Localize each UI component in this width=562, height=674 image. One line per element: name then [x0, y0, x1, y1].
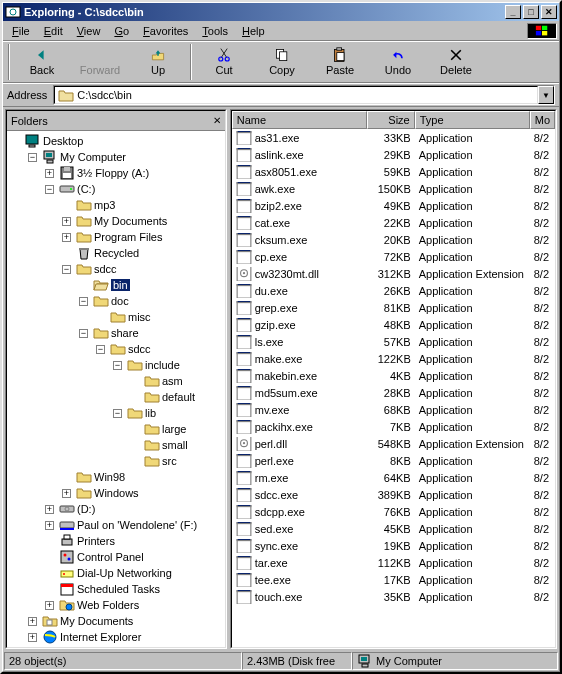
- file-row[interactable]: ls.exe57KBApplication8/2: [232, 333, 555, 350]
- file-row[interactable]: grep.exe81KBApplication8/2: [232, 299, 555, 316]
- menu-go[interactable]: Go: [107, 23, 136, 39]
- paste-button[interactable]: Paste: [311, 43, 369, 81]
- file-row[interactable]: aslink.exe29KBApplication8/2: [232, 146, 555, 163]
- tree-node[interactable]: −sdcc: [9, 341, 223, 357]
- tree-node[interactable]: Desktop: [9, 133, 223, 149]
- tree-node[interactable]: asm: [9, 373, 223, 389]
- tree-node[interactable]: +3½ Floppy (A:): [9, 165, 223, 181]
- expand-toggle[interactable]: +: [62, 217, 71, 226]
- col-size[interactable]: Size: [367, 111, 415, 129]
- menu-help[interactable]: Help: [235, 23, 272, 39]
- tree-node[interactable]: +Paul on 'Wendolene' (F:): [9, 517, 223, 533]
- menu-file[interactable]: File: [5, 23, 37, 39]
- tree-node[interactable]: misc: [9, 309, 223, 325]
- tree-node[interactable]: +(D:): [9, 501, 223, 517]
- expand-toggle[interactable]: +: [62, 233, 71, 242]
- file-row[interactable]: sdcpp.exe76KBApplication8/2: [232, 503, 555, 520]
- tree-node[interactable]: +My Documents: [9, 613, 223, 629]
- file-row[interactable]: cat.exe22KBApplication8/2: [232, 214, 555, 231]
- file-row[interactable]: packihx.exe7KBApplication8/2: [232, 418, 555, 435]
- expand-toggle[interactable]: +: [45, 169, 54, 178]
- folders-close-button[interactable]: ✕: [213, 115, 221, 126]
- file-row[interactable]: cw3230mt.dll312KBApplication Extension8/…: [232, 265, 555, 282]
- file-row[interactable]: perl.dll548KBApplication Extension8/2: [232, 435, 555, 452]
- tree-node[interactable]: Control Panel: [9, 549, 223, 565]
- expand-toggle[interactable]: +: [62, 489, 71, 498]
- tree-node[interactable]: Printers: [9, 533, 223, 549]
- close-button[interactable]: ✕: [541, 5, 557, 19]
- expand-toggle[interactable]: −: [113, 409, 122, 418]
- file-row[interactable]: make.exe122KBApplication8/2: [232, 350, 555, 367]
- tree-node[interactable]: small: [9, 437, 223, 453]
- address-dropdown-button[interactable]: ▼: [538, 86, 554, 104]
- expand-toggle[interactable]: −: [28, 153, 37, 162]
- expand-toggle[interactable]: −: [62, 265, 71, 274]
- file-row[interactable]: cksum.exe20KBApplication8/2: [232, 231, 555, 248]
- tree-node[interactable]: Scheduled Tasks: [9, 581, 223, 597]
- folder-tree[interactable]: Desktop−My Computer+3½ Floppy (A:)−(C:)m…: [7, 131, 225, 647]
- expand-toggle[interactable]: −: [113, 361, 122, 370]
- file-row[interactable]: gzip.exe48KBApplication8/2: [232, 316, 555, 333]
- tree-node[interactable]: −My Computer: [9, 149, 223, 165]
- expand-toggle[interactable]: +: [28, 617, 37, 626]
- tree-node[interactable]: +Windows: [9, 485, 223, 501]
- back-button[interactable]: Back: [13, 43, 71, 81]
- expand-toggle[interactable]: −: [45, 185, 54, 194]
- file-row[interactable]: bzip2.exe49KBApplication8/2: [232, 197, 555, 214]
- cut-button[interactable]: Cut: [195, 43, 253, 81]
- file-row[interactable]: rm.exe64KBApplication8/2: [232, 469, 555, 486]
- file-row[interactable]: awk.exe150KBApplication8/2: [232, 180, 555, 197]
- tree-node[interactable]: Dial-Up Networking: [9, 565, 223, 581]
- file-row[interactable]: sync.exe19KBApplication8/2: [232, 537, 555, 554]
- tree-node[interactable]: +My Documents: [9, 213, 223, 229]
- address-box[interactable]: C:\sdcc\bin ▼: [53, 85, 555, 105]
- file-row[interactable]: mv.exe68KBApplication8/2: [232, 401, 555, 418]
- file-row[interactable]: cp.exe72KBApplication8/2: [232, 248, 555, 265]
- tree-node[interactable]: −share: [9, 325, 223, 341]
- col-type[interactable]: Type: [415, 111, 530, 129]
- file-row[interactable]: asx8051.exe59KBApplication8/2: [232, 163, 555, 180]
- file-row[interactable]: perl.exe8KBApplication8/2: [232, 452, 555, 469]
- tree-node[interactable]: +Internet Explorer: [9, 629, 223, 645]
- menu-edit[interactable]: Edit: [37, 23, 70, 39]
- file-row[interactable]: tar.exe112KBApplication8/2: [232, 554, 555, 571]
- tree-node[interactable]: −doc: [9, 293, 223, 309]
- tree-node[interactable]: −include: [9, 357, 223, 373]
- file-row[interactable]: sed.exe45KBApplication8/2: [232, 520, 555, 537]
- file-row[interactable]: md5sum.exe28KBApplication8/2: [232, 384, 555, 401]
- file-row[interactable]: du.exe26KBApplication8/2: [232, 282, 555, 299]
- expand-toggle[interactable]: −: [79, 297, 88, 306]
- copy-button[interactable]: Copy: [253, 43, 311, 81]
- tree-node[interactable]: −sdcc: [9, 261, 223, 277]
- file-row[interactable]: touch.exe35KBApplication8/2: [232, 588, 555, 605]
- menu-view[interactable]: View: [70, 23, 108, 39]
- expand-toggle[interactable]: +: [45, 601, 54, 610]
- delete-button[interactable]: Delete: [427, 43, 485, 81]
- tree-node[interactable]: Win98: [9, 469, 223, 485]
- up-button[interactable]: Up: [129, 43, 187, 81]
- windows-flag-icon[interactable]: [527, 23, 557, 39]
- file-row[interactable]: makebin.exe4KBApplication8/2: [232, 367, 555, 384]
- file-row[interactable]: as31.exe33KBApplication8/2: [232, 129, 555, 146]
- expand-toggle[interactable]: +: [45, 521, 54, 530]
- tree-node[interactable]: −(C:): [9, 181, 223, 197]
- col-name[interactable]: Name: [232, 111, 367, 129]
- tree-node[interactable]: default: [9, 389, 223, 405]
- tree-node[interactable]: Recycled: [9, 245, 223, 261]
- maximize-button[interactable]: □: [523, 5, 539, 19]
- titlebar[interactable]: Exploring - C:\sdcc\bin _ □ ✕: [3, 3, 559, 21]
- expand-toggle[interactable]: −: [79, 329, 88, 338]
- menu-favorites[interactable]: Favorites: [136, 23, 195, 39]
- minimize-button[interactable]: _: [505, 5, 521, 19]
- tree-node[interactable]: large: [9, 421, 223, 437]
- tree-node[interactable]: +Web Folders: [9, 597, 223, 613]
- file-row[interactable]: tee.exe17KBApplication8/2: [232, 571, 555, 588]
- tree-node[interactable]: mp3: [9, 197, 223, 213]
- tree-node[interactable]: +Program Files: [9, 229, 223, 245]
- expand-toggle[interactable]: +: [45, 505, 54, 514]
- menu-tools[interactable]: Tools: [195, 23, 235, 39]
- tree-node[interactable]: bin: [9, 277, 223, 293]
- tree-node[interactable]: −lib: [9, 405, 223, 421]
- col-modified[interactable]: Mo: [530, 111, 555, 129]
- tree-node[interactable]: src: [9, 453, 223, 469]
